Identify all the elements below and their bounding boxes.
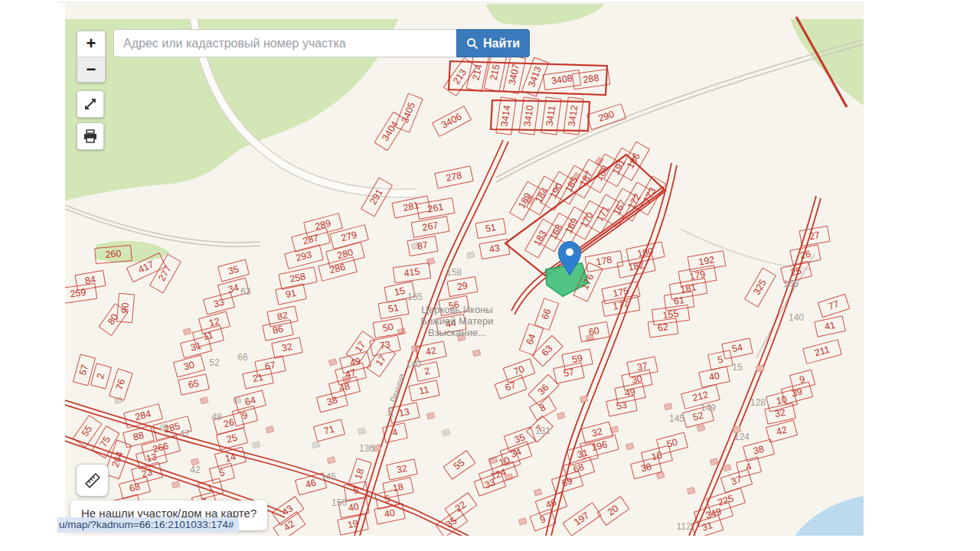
address-label-63: 63 bbox=[240, 286, 250, 297]
address-label-48: 48 bbox=[211, 412, 221, 422]
cadastral-map[interactable]: 2132142153407341334082883414341034113412… bbox=[65, 4, 864, 536]
address-label-165: 165 bbox=[783, 279, 799, 289]
selected-parcel-pin bbox=[553, 236, 586, 279]
parcel-278[interactable]: 278 bbox=[434, 165, 473, 189]
parcel-53[interactable]: 53 bbox=[606, 395, 638, 416]
address-label-149: 149 bbox=[701, 403, 716, 413]
parcel-55[interactable]: 55 bbox=[443, 450, 475, 480]
address-label-42: 42 bbox=[190, 465, 200, 475]
parcel-3404[interactable]: 3404 bbox=[374, 112, 407, 152]
parcel-41[interactable]: 41 bbox=[814, 315, 846, 337]
parcel-3406[interactable]: 3406 bbox=[432, 106, 472, 137]
church-label-line: Церковь Иконы bbox=[420, 304, 493, 315]
parcel-3411[interactable]: 3411 bbox=[541, 96, 561, 135]
parcel-38[interactable]: 38 bbox=[630, 456, 662, 479]
parcel-51[interactable]: 51 bbox=[475, 218, 506, 239]
parcel-65[interactable]: 65 bbox=[178, 373, 210, 395]
parcel-38[interactable]: 38 bbox=[316, 390, 348, 412]
parcel-32[interactable]: 32 bbox=[271, 337, 303, 358]
parcel-76[interactable]: 76 bbox=[109, 368, 133, 401]
parcel-258[interactable]: 258 bbox=[278, 266, 317, 290]
parcel-211[interactable]: 211 bbox=[802, 339, 842, 364]
zoom-control: + − bbox=[77, 31, 106, 83]
parcel-43[interactable]: 43 bbox=[479, 239, 510, 259]
parcel-4[interactable]: 4 bbox=[382, 422, 408, 443]
ruler-icon bbox=[83, 471, 102, 490]
address-label-140: 140 bbox=[789, 312, 804, 323]
parcel-259[interactable]: 259 bbox=[65, 283, 97, 304]
fullscreen-button[interactable] bbox=[77, 90, 104, 118]
parcel-86[interactable]: 86 bbox=[262, 319, 294, 341]
search-bar: Найти bbox=[113, 29, 530, 57]
parcel-291[interactable]: 291 bbox=[361, 177, 393, 217]
parcel-3410[interactable]: 3410 bbox=[518, 96, 539, 135]
parcel-71[interactable]: 71 bbox=[313, 419, 345, 442]
parcel-label-layer: 2132142153407341334082883414341034113412… bbox=[65, 4, 864, 536]
zoom-in-button[interactable]: + bbox=[77, 31, 105, 57]
measure-tool-button[interactable] bbox=[76, 464, 109, 497]
parcel-27[interactable]: 27 bbox=[799, 226, 830, 246]
parcel-69[interactable]: 69 bbox=[551, 471, 584, 495]
parcel-3414[interactable]: 3414 bbox=[495, 96, 516, 135]
church-poi-label: Церковь Иконы Божией Матери Взыскание... bbox=[420, 304, 493, 338]
address-label-128: 128 bbox=[750, 397, 766, 408]
printer-icon bbox=[83, 129, 98, 143]
pin-body bbox=[559, 242, 581, 276]
parcel-3412[interactable]: 3412 bbox=[563, 96, 583, 135]
address-label-165: 165 bbox=[407, 292, 423, 302]
cadastral-map-page: 2132142153407341334082883414341034113412… bbox=[0, 0, 980, 551]
parcel-67[interactable]: 67 bbox=[495, 374, 528, 399]
parcel-197[interactable]: 197 bbox=[562, 502, 601, 536]
expand-arrows-icon bbox=[83, 96, 98, 112]
parcel-33[interactable]: 33 bbox=[203, 292, 235, 315]
parcel-87[interactable]: 87 bbox=[407, 236, 438, 256]
top-divider bbox=[59, 2, 864, 3]
search-button[interactable]: Найти bbox=[456, 29, 530, 57]
parcel-77[interactable]: 77 bbox=[818, 294, 851, 318]
parcel-57[interactable]: 57 bbox=[553, 362, 585, 383]
address-label-47: 47 bbox=[179, 429, 189, 439]
parcel-2[interactable]: 2 bbox=[90, 363, 112, 389]
parcel-260[interactable]: 260 bbox=[94, 245, 132, 264]
address-label-140: 140 bbox=[406, 359, 421, 370]
parcel-415[interactable]: 415 bbox=[393, 262, 431, 283]
address-label-15: 15 bbox=[732, 362, 742, 373]
address-label-136: 136 bbox=[359, 443, 374, 454]
parcel-62[interactable]: 62 bbox=[648, 318, 679, 337]
search-icon bbox=[466, 37, 479, 50]
parcel-267[interactable]: 267 bbox=[411, 216, 450, 238]
church-label-line: Божией Матери bbox=[420, 315, 493, 327]
parcel-325[interactable]: 325 bbox=[744, 267, 776, 307]
address-label-66: 66 bbox=[237, 352, 247, 363]
parcel-21[interactable]: 21 bbox=[242, 367, 274, 389]
parcel-20[interactable]: 20 bbox=[596, 496, 629, 526]
parcel-51[interactable]: 51 bbox=[377, 298, 409, 319]
print-button[interactable] bbox=[77, 122, 104, 150]
address-label-158: 158 bbox=[446, 267, 462, 278]
address-label-112: 112 bbox=[676, 521, 691, 532]
parcel-50[interactable]: 50 bbox=[372, 318, 403, 338]
zoom-out-button[interactable]: − bbox=[77, 57, 105, 83]
church-label-line: Взыскание... bbox=[420, 327, 493, 338]
address-label-145: 145 bbox=[669, 413, 684, 424]
search-input[interactable] bbox=[113, 29, 456, 57]
address-label-52: 52 bbox=[209, 357, 219, 368]
parcel-32[interactable]: 32 bbox=[386, 458, 418, 480]
parcel-290[interactable]: 290 bbox=[586, 103, 626, 130]
parcel-9[interactable]: 9 bbox=[529, 509, 556, 532]
parcel-29[interactable]: 29 bbox=[446, 276, 478, 297]
address-label-150: 150 bbox=[332, 497, 347, 508]
parcel-11[interactable]: 11 bbox=[408, 380, 440, 401]
parcel-286[interactable]: 286 bbox=[318, 256, 358, 282]
browser-status-bar: u/map/?kadnum=66:16:2101033:174# bbox=[57, 517, 239, 533]
search-button-label: Найти bbox=[483, 37, 520, 51]
address-label-145: 145 bbox=[321, 471, 336, 482]
parcel-90[interactable]: 90 bbox=[116, 293, 135, 324]
parcel-60[interactable]: 60 bbox=[578, 321, 609, 342]
pin-hole bbox=[566, 249, 573, 256]
parcel-182[interactable]: 182 bbox=[616, 255, 655, 279]
address-label-124: 124 bbox=[734, 432, 750, 442]
address-label-131: 131 bbox=[535, 425, 550, 436]
